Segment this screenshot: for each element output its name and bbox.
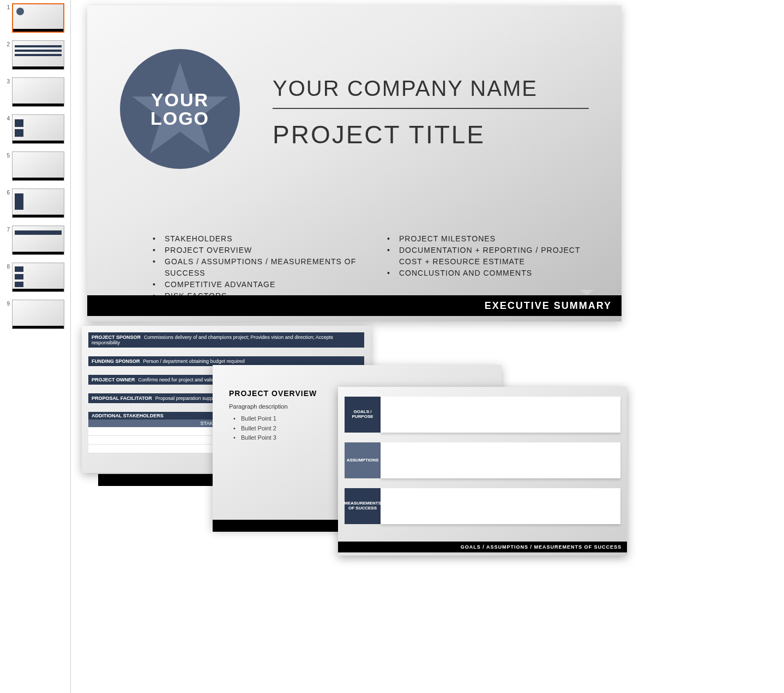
footer-label: EXECUTIVE SUMMARY [485,300,612,312]
main-slide: YOURLOGO YOUR COMPANY NAME PROJECT TITLE… [87,5,622,321]
company-name: YOUR COMPANY NAME [273,76,538,101]
thumbnail-slide-1[interactable] [12,3,64,33]
thumbnail-slide-8[interactable] [12,263,64,292]
block-label: ASSUMPTIONS [345,442,381,478]
thumbnail-number: 8 [4,263,10,270]
toc-bullets-left: STAKEHOLDERS PROJECT OVERVIEW GOALS / AS… [153,233,371,302]
thumbnail-number: 1 [4,3,10,10]
thumbnail-row-1[interactable]: 1 [4,3,66,33]
thumbnail-slide-3[interactable] [12,77,64,107]
slide-thumbnail-panel: 1 2 3 4 5 6 [0,0,71,693]
project-title: PROJECT TITLE [273,120,485,149]
thumbnail-slide-2[interactable] [12,40,64,70]
logo-placeholder: YOURLOGO [120,49,240,169]
toc-item: DOCUMENTATION + REPORTING / PROJECT COST… [387,245,600,268]
title-divider [273,108,589,109]
block-content [381,442,620,478]
thumbnail-row-6[interactable]: 6 [4,189,66,218]
block-row: MEASUREMENTS OF SUCCESS [345,488,620,524]
footer-bar: EXECUTIVE SUMMARY [87,295,622,316]
block-row: ASSUMPTIONS [345,442,620,478]
thumbnail-slide-6[interactable] [12,189,64,218]
thumbnail-number: 6 [4,189,10,196]
goals-card: GOALS / PURPOSE ASSUMPTIONS MEASUREMENTS… [338,387,627,556]
block-content [381,397,620,433]
thumbnail-row-3[interactable]: 3 [4,77,66,107]
thumbnail-number: 4 [4,114,10,121]
logo-text: YOURLOGO [150,90,209,127]
block-label: GOALS / PURPOSE [345,397,381,433]
thumbnail-row-2[interactable]: 2 [4,40,66,70]
thumbnail-row-4[interactable]: 4 [4,114,66,144]
footer-notch-icon [579,290,594,295]
toc-item: COMPETITIVE ADVANTAGE [153,279,371,290]
thumbnail-row-8[interactable]: 8 [4,263,66,292]
thumbnail-number: 9 [4,300,10,307]
thumbnail-number: 5 [4,151,10,159]
toc-item: CONCLUSTION AND COMMENTS [387,268,600,279]
thumbnail-row-5[interactable]: 5 [4,151,66,181]
thumbnail-row-7[interactable]: 7 [4,226,66,255]
thumbnail-slide-5[interactable] [12,151,64,181]
table-row: PROJECT SPONSORCommissions delivery of a… [88,332,364,348]
thumbnail-slide-7[interactable] [12,226,64,255]
block-content [381,488,620,524]
toc-item: PROJECT OVERVIEW [153,245,371,256]
block-row: GOALS / PURPOSE [345,397,620,433]
thumbnail-number: 7 [4,226,10,233]
card-footer-bar [213,520,339,532]
toc-item: GOALS / ASSUMPTIONS / MEASUREMENTS OF SU… [153,256,371,279]
thumbnail-row-9[interactable]: 9 [4,300,66,329]
card-footer-label: GOALS / ASSUMPTIONS / MEASUREMENTS OF SU… [338,542,627,552]
thumbnail-number: 3 [4,77,10,84]
toc-item: STAKEHOLDERS [153,233,371,245]
thumbnail-slide-4[interactable] [12,114,64,144]
toc-item: PROJECT MILESTONES [387,233,600,245]
block-label: MEASUREMENTS OF SUCCESS [345,488,381,524]
toc-bullets-right: PROJECT MILESTONES DOCUMENTATION + REPOR… [387,233,600,279]
thumbnail-number: 2 [4,40,10,47]
thumbnail-slide-9[interactable] [12,300,64,329]
